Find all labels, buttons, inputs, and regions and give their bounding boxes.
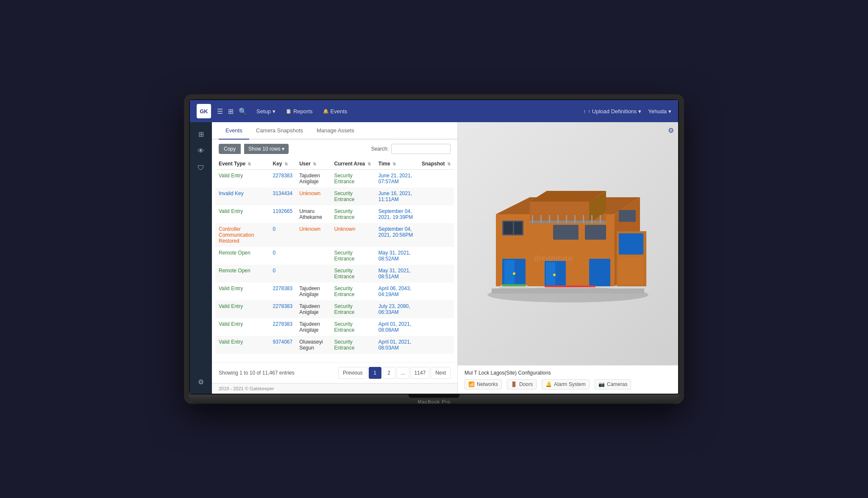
pagination-controls: Previous 1 2 ... 1147 Next (338, 367, 451, 379)
nav-logo: GK (197, 104, 211, 118)
nav-right: ↑ ↑ Upload Definitions ▾ Yehuda ▾ (583, 108, 671, 115)
svg-point-26 (513, 272, 515, 275)
svg-rect-16 (600, 215, 601, 223)
nav-reports[interactable]: 📋 Reports (281, 106, 317, 117)
nav-items: Setup ▾ 📋 Reports 🔔 Events (252, 106, 583, 117)
table-row[interactable]: Valid Entry1192665Umaru AthekameSecurity… (215, 205, 454, 223)
svg-rect-25 (515, 260, 525, 285)
grid-icon[interactable]: ⊞ (228, 107, 234, 115)
copy-button[interactable]: Copy (219, 144, 241, 154)
laptop-base: MacBook Pro (189, 394, 679, 404)
col-snapshot: Snapshot ⇅ (418, 158, 454, 170)
tab-camera-snapshots[interactable]: Camera Snapshots (249, 122, 310, 140)
sidebar: ⊞ 👁 🛡 ⚙ (190, 122, 212, 394)
table-header: Event Type ⇅ Key ⇅ User ⇅ Current Area ⇅… (215, 158, 454, 170)
rows-button[interactable]: Show 10 rows ▾ (244, 144, 289, 154)
config-tab-alarm-system[interactable]: 🔔Alarm System (542, 379, 590, 389)
svg-rect-39 (619, 233, 643, 255)
svg-rect-10 (549, 215, 550, 223)
content-area: Events Camera Snapshots Manage Assets Co… (212, 122, 678, 394)
table-row[interactable]: Valid Entry2278383Tajudeen AnigilajeSecu… (215, 283, 454, 300)
settings-gear-icon[interactable]: ⚙ (668, 126, 674, 134)
col-key: Key ⇅ (269, 158, 296, 170)
page-ellipsis: ... (397, 367, 409, 379)
building-view: ⚙ (458, 122, 678, 365)
page-1-button[interactable]: 1 (369, 367, 381, 379)
next-button[interactable]: Next (431, 367, 451, 379)
col-user: User ⇅ (296, 158, 331, 170)
svg-rect-12 (566, 215, 567, 223)
prev-button[interactable]: Previous (338, 367, 367, 379)
tab-events[interactable]: Events (219, 122, 249, 140)
table-row[interactable]: Valid Entry2278383Tajudeen AnigilajeSecu… (215, 170, 454, 188)
sidebar-eye-icon[interactable]: 👁 (193, 143, 209, 159)
right-panel: ⚙ (458, 122, 678, 394)
data-table: Event Type ⇅ Key ⇅ User ⇅ Current Area ⇅… (212, 158, 457, 362)
pagination-bar: Showing 1 to 10 of 11,467 entries Previo… (212, 362, 457, 383)
site-config-title: Mul T Lock Lagos(Site) Configurations (465, 370, 671, 376)
col-event-type: Event Type ⇅ (215, 158, 269, 170)
nav-events[interactable]: 🔔 Events (319, 106, 352, 117)
svg-rect-15 (591, 215, 593, 223)
col-time: Time ⇅ (375, 158, 418, 170)
svg-rect-8 (532, 215, 533, 223)
table-controls: Copy Show 10 rows ▾ Search: (212, 140, 457, 158)
laptop-screen: GK ☰ ⊞ 🔍 Setup ▾ 📋 Reports 🔔 Events (189, 99, 679, 394)
svg-rect-31 (589, 259, 610, 286)
config-tab-cameras[interactable]: 📷Cameras (595, 379, 632, 389)
svg-rect-24 (504, 260, 515, 285)
config-tab-doors[interactable]: 🚪Doors (507, 379, 537, 389)
search-icon[interactable]: 🔍 (239, 107, 247, 115)
building-svg-area: dreamtime (458, 122, 678, 365)
table-row[interactable]: Valid Entry2278383Tajudeen AnigilajeSecu… (215, 318, 454, 336)
col-area: Current Area ⇅ (331, 158, 375, 170)
svg-point-30 (553, 274, 556, 276)
laptop-notch (409, 394, 459, 398)
laptop-frame: GK ☰ ⊞ 🔍 Setup ▾ 📋 Reports 🔔 Events (184, 94, 684, 404)
table-row[interactable]: Remote Open0Security EntranceMay 31, 202… (215, 265, 454, 283)
nav-setup[interactable]: Setup ▾ (252, 106, 280, 117)
top-nav: GK ☰ ⊞ 🔍 Setup ▾ 📋 Reports 🔔 Events (190, 100, 678, 122)
svg-rect-35 (545, 285, 595, 287)
svg-rect-40 (619, 257, 643, 284)
tab-manage-assets[interactable]: Manage Assets (310, 122, 361, 140)
svg-rect-34 (502, 284, 526, 286)
svg-rect-14 (583, 215, 584, 223)
page-last-button[interactable]: 1147 (411, 367, 430, 379)
svg-rect-21 (585, 225, 606, 240)
svg-rect-20 (553, 225, 579, 240)
table-row[interactable]: Valid Entry9374067Oluwaseyi SegunSecurit… (215, 336, 454, 354)
tabs-bar: Events Camera Snapshots Manage Assets (212, 122, 457, 140)
search-area: Search: (371, 144, 451, 154)
sidebar-grid-icon[interactable]: ⊞ (193, 126, 209, 142)
svg-rect-11 (557, 215, 559, 223)
config-tabs: 📶Networks🚪Doors🔔Alarm System📷Cameras (465, 379, 671, 389)
table-row[interactable]: Remote Open0Security EntranceMay 31, 202… (215, 247, 454, 265)
main-layout: ⊞ 👁 🛡 ⚙ Events Camera Snapshots Manage A… (190, 122, 678, 394)
svg-rect-28 (546, 262, 555, 285)
sidebar-settings-icon[interactable]: ⚙ (193, 374, 209, 389)
sidebar-shield-icon[interactable]: 🛡 (193, 160, 209, 176)
pagination-info: Showing 1 to 10 of 11,467 entries (219, 370, 295, 376)
config-tab-networks[interactable]: 📶Networks (465, 379, 502, 389)
table-row[interactable]: Invalid Key3134434UnknownSecurity Entran… (215, 187, 454, 205)
search-input[interactable] (391, 144, 451, 154)
svg-rect-22 (619, 210, 636, 222)
site-config: Mul T Lock Lagos(Site) Configurations 📶N… (458, 365, 678, 394)
svg-rect-19 (514, 222, 522, 234)
search-label: Search: (371, 146, 389, 152)
footer: 2019 - 2021 © Gatekeeper (212, 383, 457, 394)
upload-definitions[interactable]: ↑ ↑ Upload Definitions ▾ (583, 108, 641, 115)
menu-icon[interactable]: ☰ (217, 107, 223, 115)
table-row[interactable]: Valid Entry2278383Tajudeen AnigilajeSecu… (215, 300, 454, 318)
svg-rect-36 (492, 288, 644, 294)
svg-rect-29 (556, 262, 565, 285)
page-2-button[interactable]: 2 (383, 367, 395, 379)
user-menu[interactable]: Yehuda ▾ (648, 108, 671, 115)
table-row[interactable]: Controller Communication Restored0Unknow… (215, 223, 454, 247)
svg-rect-9 (540, 215, 542, 223)
svg-rect-18 (504, 222, 513, 234)
events-panel: Events Camera Snapshots Manage Assets Co… (212, 122, 458, 394)
svg-text:dreamtime: dreamtime (534, 252, 574, 263)
building-svg: dreamtime (479, 180, 657, 308)
